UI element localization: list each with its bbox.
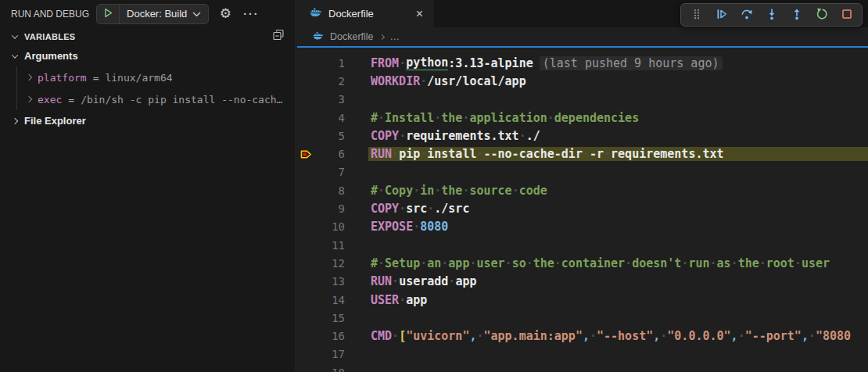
variable-name: platform xyxy=(38,72,87,84)
editor-group: Dockerfile × Dockerfile … 1FROM·python:3… xyxy=(297,0,868,372)
code-line[interactable]: 12#·Setup·an·app·user·so·the·container·d… xyxy=(297,254,868,272)
line-number[interactable]: 4 xyxy=(317,112,345,124)
code-token-kw: FROM xyxy=(371,56,399,70)
code-editor[interactable]: 1FROM·python:3.13-alpine(last pushed 9 h… xyxy=(297,46,868,372)
code-line[interactable]: 8#·Copy·in·the·source·code xyxy=(297,181,868,199)
code-line[interactable]: 4#·Install·the·application·dependencies xyxy=(297,109,868,127)
code-token-str: "--port" xyxy=(745,329,802,343)
line-number[interactable]: 5 xyxy=(317,130,345,142)
code-line[interactable]: 17 xyxy=(297,345,868,363)
line-number[interactable]: 11 xyxy=(317,239,345,252)
line-number[interactable]: 7 xyxy=(317,166,345,178)
code-line[interactable]: 3 xyxy=(297,91,868,109)
line-number[interactable]: 18 xyxy=(317,367,345,372)
debug-settings-button[interactable]: ⚙ xyxy=(216,5,235,23)
code-line[interactable]: 18 xyxy=(297,363,868,372)
code-line-current[interactable]: 6RUN·pip·install·--no-cache-dir·-r·requi… xyxy=(297,145,868,163)
breadcrumb[interactable]: Dockerfile … xyxy=(297,27,868,46)
code-line[interactable]: 2WORKDIR·/usr/local/app xyxy=(297,72,868,90)
code-token-str: "app.main:app" xyxy=(484,329,583,343)
breadcrumb-more[interactable]: … xyxy=(390,31,400,42)
line-number[interactable]: 2 xyxy=(317,75,345,88)
code-text: COPY·src·./src xyxy=(368,202,868,216)
docker-whale-icon xyxy=(313,30,324,44)
code-token-val: ·src·./src xyxy=(399,202,469,216)
code-line[interactable]: 7 xyxy=(297,163,868,181)
code-text: #·Copy·in·the·source·code xyxy=(368,184,868,198)
debug-toolbar[interactable] xyxy=(680,3,863,27)
code-token-kw: RUN xyxy=(371,147,392,161)
code-line[interactable]: 5COPY·requirements.txt·./ xyxy=(297,127,868,145)
code-token-cm: #·Setup·an·app·user·so·the·container·doe… xyxy=(371,256,830,270)
code-token-str: "uvicorn" xyxy=(406,329,469,343)
step-into-button[interactable] xyxy=(759,5,784,25)
debug-stop-icon xyxy=(841,8,853,23)
step-out-button[interactable] xyxy=(784,5,809,25)
breadcrumb-file[interactable]: Dockerfile xyxy=(330,31,374,42)
line-number[interactable]: 9 xyxy=(317,202,345,215)
code-line[interactable]: 9COPY·src·./src xyxy=(297,199,868,217)
code-token-val: · xyxy=(392,329,399,343)
variables-section-header[interactable]: VARIABLES xyxy=(0,27,296,45)
debug-step-into-icon xyxy=(766,8,778,23)
debug-breakpoint-arrow-icon[interactable] xyxy=(299,148,317,161)
line-number[interactable]: 15 xyxy=(317,312,345,324)
code-line[interactable]: 14USER·app xyxy=(297,291,868,309)
collapse-all-icon xyxy=(272,29,285,44)
inlay-hint: (last pushed 9 hours ago) xyxy=(540,56,723,70)
code-token-cm: #·Copy·in·the·source·code xyxy=(371,184,547,198)
chevron-down-icon xyxy=(12,52,18,58)
variables-scope-file-explorer[interactable]: File Explorer xyxy=(0,110,296,131)
code-text: RUN·pip·install·--no-cache-dir·-r·requir… xyxy=(368,147,868,161)
stop-button[interactable] xyxy=(834,5,859,25)
close-tab-button[interactable]: × xyxy=(413,7,426,21)
line-number[interactable]: 3 xyxy=(317,93,345,106)
step-over-button[interactable] xyxy=(734,5,759,25)
variable-name: exec xyxy=(38,94,62,106)
continue-button[interactable] xyxy=(709,5,733,25)
gear-icon: ⚙ xyxy=(220,5,231,22)
code-text: CMD·["uvicorn",·"app.main:app",·"--host"… xyxy=(368,329,868,343)
variable-row-exec[interactable]: exec = /bin/sh -c pip install --no-cach… xyxy=(17,88,296,110)
collapse-all-button[interactable] xyxy=(272,29,285,44)
code-token-kw: EXPOSE xyxy=(371,220,413,234)
code-text: COPY·requirements.txt·./ xyxy=(368,129,868,143)
variable-row-platform[interactable]: platform = linux/arm64 xyxy=(17,66,296,88)
line-number[interactable]: 8 xyxy=(317,184,345,197)
code-token-str: "--host" xyxy=(597,329,653,343)
code-line[interactable]: 1FROM·python:3.13-alpine(last pushed 9 h… xyxy=(297,54,868,72)
chevron-right-icon xyxy=(379,34,385,39)
code-token-kw: COPY xyxy=(371,129,399,143)
line-number[interactable]: 12 xyxy=(317,257,345,270)
line-number[interactable]: 14 xyxy=(317,294,345,306)
start-debug-button[interactable] xyxy=(97,5,120,23)
line-number[interactable]: 6 xyxy=(317,148,345,160)
line-number[interactable]: 1 xyxy=(317,57,345,70)
code-line[interactable]: 10EXPOSE·8080 xyxy=(297,218,868,236)
code-token-kw: WORKDIR xyxy=(371,74,420,88)
scope-label: Arguments xyxy=(24,50,78,62)
code-line[interactable]: 11 xyxy=(297,236,868,254)
debug-step-over-icon xyxy=(741,8,753,23)
scope-label: File Explorer xyxy=(24,115,86,127)
code-line[interactable]: 15 xyxy=(297,309,868,327)
line-number[interactable]: 13 xyxy=(317,275,345,288)
tab-dockerfile[interactable]: Dockerfile × xyxy=(297,0,435,27)
debug-restart-icon xyxy=(816,8,828,23)
line-number[interactable]: 17 xyxy=(317,348,345,360)
code-lines: 1FROM·python:3.13-alpine(last pushed 9 h… xyxy=(297,54,868,372)
code-token-kw: COPY xyxy=(371,202,399,216)
restart-button[interactable] xyxy=(809,5,834,25)
line-number[interactable]: 16 xyxy=(317,330,345,342)
toolbar-drag-handle[interactable] xyxy=(684,5,708,25)
more-actions-button[interactable]: ··· xyxy=(242,5,260,23)
code-token-val: ·requirements.txt·./ xyxy=(399,129,540,143)
code-token-kw: USER xyxy=(371,293,399,307)
code-token-pun: ,· xyxy=(731,329,745,343)
variables-scope-arguments[interactable]: Arguments xyxy=(0,45,296,66)
launch-config-dropdown[interactable]: Docker: Build xyxy=(96,4,209,24)
line-number[interactable]: 10 xyxy=(317,220,345,233)
code-line[interactable]: 16CMD·["uvicorn",·"app.main:app",·"--hos… xyxy=(297,327,868,345)
code-line[interactable]: 13RUN·useradd·app xyxy=(297,273,868,291)
sidebar-header: RUN AND DEBUG Docker: Build ⚙ ··· xyxy=(0,0,296,27)
